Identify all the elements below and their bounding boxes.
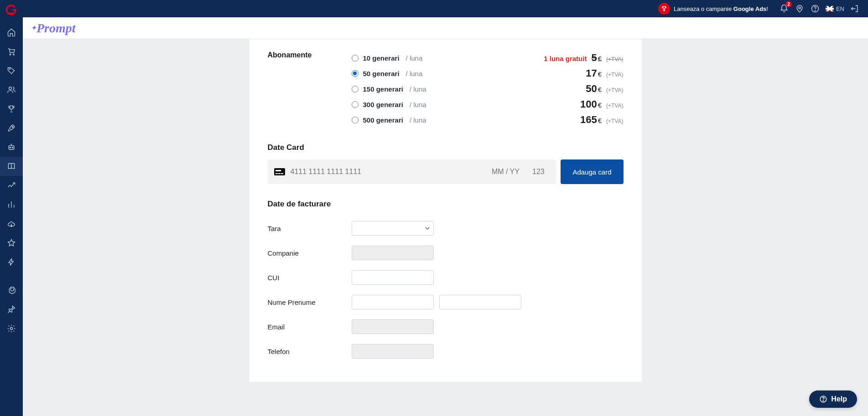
plan-row[interactable]: 300 generari/ luna100€(+TVA) xyxy=(352,97,624,112)
sidebar-robot[interactable] xyxy=(0,138,23,157)
plan-radio[interactable] xyxy=(352,101,359,108)
trophy-badge-icon[interactable] xyxy=(658,3,670,15)
flag-icon xyxy=(826,6,834,11)
country-label: Tara xyxy=(268,225,352,232)
topbar: Lanseaza o campanie Google Ads! 2 EN xyxy=(0,0,868,17)
plan-radio[interactable] xyxy=(352,117,359,123)
plan-name: 50 generari xyxy=(363,70,400,77)
plan-per: / luna xyxy=(406,54,423,62)
sidebar-bars[interactable] xyxy=(0,195,23,214)
sidebar-book[interactable] xyxy=(0,157,23,176)
plan-price: 5€ xyxy=(591,52,602,64)
sidebar-fire[interactable] xyxy=(0,281,23,300)
plan-tva: (+TVA) xyxy=(606,56,623,62)
page: Abonamente 10 generari/ luna1 luna gratu… xyxy=(23,0,868,416)
main-card: Abonamente 10 generari/ luna1 luna gratu… xyxy=(249,39,642,382)
svg-point-5 xyxy=(13,54,15,55)
phone-input[interactable] xyxy=(352,344,434,359)
svg-point-8 xyxy=(12,126,13,128)
plan-radio[interactable] xyxy=(352,86,359,92)
sidebar-home[interactable] xyxy=(0,23,23,42)
logout-icon[interactable] xyxy=(848,2,862,15)
credit-card-icon xyxy=(274,168,285,175)
sidebar-trend[interactable] xyxy=(0,176,23,195)
billing-section-title: Date de facturare xyxy=(268,200,624,209)
app-logo[interactable] xyxy=(3,1,18,16)
svg-point-3 xyxy=(815,10,815,11)
svg-point-10 xyxy=(10,147,10,148)
help-label: Help xyxy=(831,395,847,403)
sidebar-star[interactable] xyxy=(0,233,23,252)
location-icon[interactable] xyxy=(793,2,806,15)
plan-price: 165€ xyxy=(580,114,602,126)
lang-code: EN xyxy=(836,5,844,12)
help-icon[interactable] xyxy=(808,2,822,15)
plan-row[interactable]: 500 generari/ luna165€(+TVA) xyxy=(352,112,624,128)
company-input[interactable] xyxy=(352,246,434,260)
email-input[interactable] xyxy=(352,319,434,334)
phone-label: Telefon xyxy=(268,348,352,355)
notif-count: 2 xyxy=(785,1,792,7)
sidebar-bolt[interactable] xyxy=(0,252,23,272)
svg-point-4 xyxy=(10,54,11,55)
sidebar-cart[interactable] xyxy=(0,42,23,61)
plan-radio[interactable] xyxy=(352,70,359,77)
svg-point-14 xyxy=(823,401,824,401)
add-card-button[interactable]: Adauga card xyxy=(561,159,623,184)
prompt-logo[interactable]: ✦ Prompt xyxy=(31,21,76,36)
campaign-prefix: Lanseaza o campanie xyxy=(674,5,733,12)
lastname-input[interactable] xyxy=(439,295,521,309)
sidebar-trophy[interactable] xyxy=(0,99,23,118)
plan-radio[interactable] xyxy=(352,55,359,62)
plan-name: 500 generari xyxy=(363,116,403,124)
plan-name: 150 generari xyxy=(363,85,403,93)
plan-name: 300 generari xyxy=(363,101,403,108)
plans-list: 10 generari/ luna1 luna gratuit5€(+TVA)5… xyxy=(352,50,624,128)
firstname-input[interactable] xyxy=(352,295,434,309)
sidebar-rocket[interactable] xyxy=(0,118,23,138)
plan-promo: 1 luna gratuit xyxy=(544,55,587,62)
sidebar-tag[interactable] xyxy=(0,61,23,80)
sidebar-pin[interactable] xyxy=(0,300,23,319)
plan-price: 100€ xyxy=(580,98,602,110)
card-number-input[interactable] xyxy=(291,168,484,176)
plan-tva: (+TVA) xyxy=(606,103,623,109)
cui-input[interactable] xyxy=(352,270,434,285)
campaign-cta[interactable]: Lanseaza o campanie Google Ads! xyxy=(674,5,768,12)
subscriptions-label: Abonamente xyxy=(268,50,352,59)
svg-point-6 xyxy=(9,68,10,69)
plan-row[interactable]: 150 generari/ luna50€(+TVA) xyxy=(352,81,624,97)
card-cvv-input[interactable] xyxy=(527,168,550,176)
sidebar-cloud[interactable] xyxy=(0,214,23,233)
card-expiry-input[interactable] xyxy=(489,168,521,176)
svg-point-7 xyxy=(9,87,12,90)
plan-row[interactable]: 10 generari/ luna1 luna gratuit5€(+TVA) xyxy=(352,50,624,66)
plan-per: / luna xyxy=(410,116,426,124)
plan-name: 10 generari xyxy=(363,54,400,62)
sidebar xyxy=(0,17,23,416)
plan-price: 50€ xyxy=(586,83,602,95)
card-section-title: Date Card xyxy=(268,143,624,152)
campaign-suffix: ! xyxy=(766,5,768,12)
help-fab[interactable]: Help xyxy=(809,390,857,408)
company-label: Companie xyxy=(268,249,352,257)
svg-point-12 xyxy=(10,328,13,330)
plan-per: / luna xyxy=(410,101,426,108)
plan-tva: (+TVA) xyxy=(606,118,623,124)
svg-point-11 xyxy=(12,147,13,148)
plan-tva: (+TVA) xyxy=(606,72,623,78)
plan-per: / luna xyxy=(406,70,423,77)
plan-tva: (+TVA) xyxy=(606,87,623,93)
plan-price: 17€ xyxy=(586,67,602,79)
country-select[interactable] xyxy=(352,221,434,236)
notifications-icon[interactable]: 2 xyxy=(777,2,791,15)
svg-point-1 xyxy=(799,7,800,9)
plan-row[interactable]: 50 generari/ luna17€(+TVA) xyxy=(352,66,624,81)
name-label: Nume Prenume xyxy=(268,298,352,306)
cui-label: CUI xyxy=(268,274,352,282)
subheader: ✦ Prompt xyxy=(23,17,868,39)
language-switcher[interactable]: EN xyxy=(826,5,844,12)
sidebar-settings[interactable] xyxy=(0,319,23,338)
campaign-bold: Google Ads xyxy=(733,5,766,12)
sidebar-users[interactable] xyxy=(0,80,23,99)
